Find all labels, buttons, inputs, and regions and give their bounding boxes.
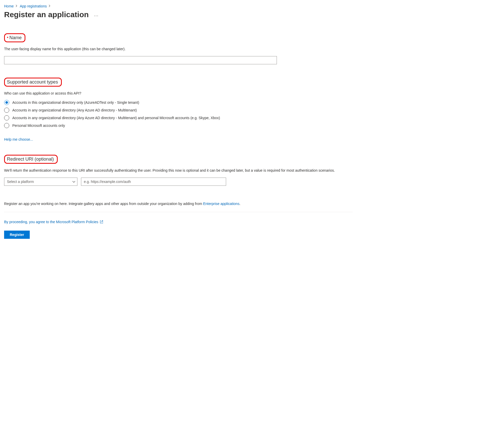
external-link-icon [100,220,103,224]
platform-policies-link[interactable]: By proceeding, you agree to the Microsof… [4,220,103,224]
radio-icon [4,123,9,128]
redirect-uri-label-highlight: Redirect URI (optional) [4,155,58,164]
account-types-radio-group: Accounts in this organizational director… [4,100,353,128]
radio-label: Accounts in any organizational directory… [12,116,220,120]
help-me-choose-link[interactable]: Help me choose... [4,137,33,141]
required-asterisk-icon: * [7,36,8,40]
redirect-uri-input[interactable] [81,178,226,186]
chevron-right-icon [16,4,18,8]
radio-label: Accounts in any organizational directory… [12,108,137,112]
more-actions-icon[interactable]: … [94,12,99,17]
page-title: Register an application [4,10,89,19]
name-help-text: The user-facing display name for this ap… [4,47,353,51]
platform-select[interactable]: Select a platform [4,178,77,186]
register-button[interactable]: Register [4,231,30,239]
chevron-right-icon [49,4,51,8]
radio-option-single-tenant[interactable]: Accounts in this organizational director… [4,100,353,105]
radio-icon [4,100,9,105]
name-input[interactable] [4,56,277,64]
account-types-help-text: Who can use this application or access t… [4,91,353,95]
breadcrumb: Home App registrations [4,4,353,8]
radio-option-multitenant[interactable]: Accounts in any organizational directory… [4,108,353,113]
platform-select-value: Select a platform [7,180,34,184]
account-types-label-highlight: Supported account types [4,78,62,87]
radio-option-multitenant-personal[interactable]: Accounts in any organizational directory… [4,115,353,120]
radio-label: Accounts in this organizational director… [12,100,139,105]
name-label-highlight: *Name [4,33,25,42]
breadcrumb-home[interactable]: Home [4,4,14,8]
radio-icon [4,115,9,120]
footer-note: Register an app you're working on here. … [4,202,353,212]
radio-option-personal-only[interactable]: Personal Microsoft accounts only [4,123,353,128]
enterprise-applications-link[interactable]: Enterprise applications [203,202,239,206]
redirect-uri-help-text: We'll return the authentication response… [4,168,353,172]
name-label: Name [9,35,22,40]
account-types-label: Supported account types [7,79,58,85]
radio-icon [4,108,9,113]
radio-label: Personal Microsoft accounts only [12,123,65,128]
breadcrumb-app-registrations[interactable]: App registrations [20,4,47,8]
redirect-uri-label: Redirect URI (optional) [7,157,54,162]
